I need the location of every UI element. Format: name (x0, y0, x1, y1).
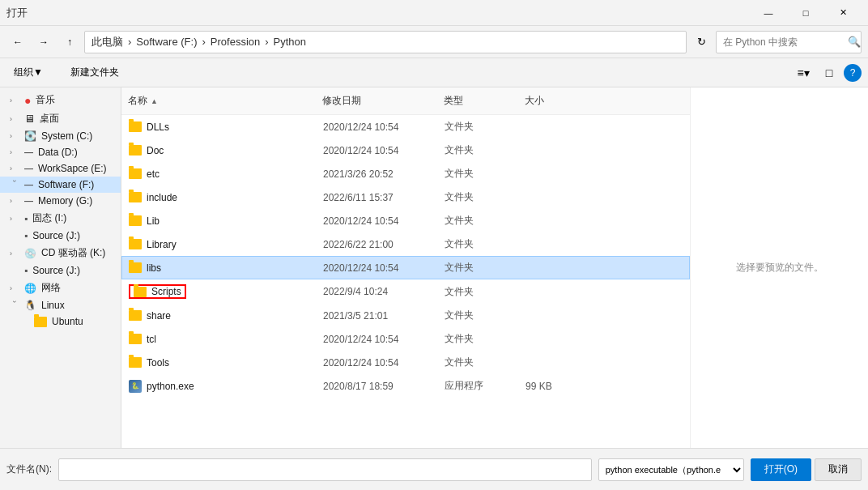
new-folder-button[interactable]: 新建文件夹 (63, 62, 126, 84)
sidebar-item-linux[interactable]: › 🐧 Linux (0, 297, 121, 313)
folder-icon (129, 121, 142, 132)
sidebar-item-softwaref[interactable]: › — Software (F:) (0, 177, 121, 193)
sidebar-item-workspacee[interactable]: › — WorkSapce (E:) (0, 160, 121, 177)
expand-arrow: › (10, 148, 19, 156)
file-cell-name: include (122, 190, 317, 205)
file-cell-name: Scripts (122, 283, 317, 300)
close-button[interactable]: ✕ (824, 0, 862, 26)
table-row[interactable]: Scripts 2022/9/4 10:24 文件夹 (121, 279, 690, 304)
cancel-label: 取消 (828, 463, 848, 475)
table-row[interactable]: Doc 2020/12/24 10:54 文件夹 (121, 138, 690, 162)
sidebar-item-sourcej2[interactable]: ▪ Source (J:) (0, 262, 121, 279)
table-row[interactable]: 🐍python.exe 2020/8/17 18:59 应用程序 99 KB (121, 374, 690, 398)
network-icon: 🌐 (24, 283, 36, 294)
file-cell-name: Doc (122, 143, 317, 158)
panel-button[interactable]: □ (818, 62, 840, 84)
drive-f-icon: — (24, 180, 33, 190)
forward-button[interactable]: → (32, 31, 55, 53)
folder-icon (129, 334, 142, 344)
sidebar-item-sourcej[interactable]: ▪ Source (J:) (0, 228, 121, 244)
up-button[interactable]: ↑ (58, 31, 81, 53)
sidebar-item-desktop[interactable]: › 🖥 桌面 (0, 109, 121, 128)
file-name: DLLs (147, 121, 169, 133)
file-list: DLLs 2020/12/24 10:54 文件夹 Doc 2020/12/24… (121, 115, 690, 448)
main-area: › ● 音乐 › 🖥 桌面 › 💽 System (C:) › — Data (… (0, 87, 868, 448)
table-row[interactable]: share 2021/3/5 21:01 文件夹 (121, 304, 690, 327)
title-bar-controls: — □ ✕ (750, 0, 862, 26)
col-type[interactable]: 类型 (437, 91, 518, 111)
drive-e-icon: — (24, 164, 33, 173)
col-date-label: 修改日期 (322, 95, 361, 106)
file-cell-name: 🐍python.exe (122, 378, 317, 394)
address-part-1: 此电脑 (91, 35, 123, 49)
ubuntu-folder-icon (34, 317, 47, 327)
sidebar-item-music[interactable]: › ● 音乐 (0, 91, 121, 109)
file-area: 名称 ▲ 修改日期 类型 大小 DLLs 2020/12/24 10:54 文件… (121, 87, 690, 448)
file-cell-type: 文件夹 (438, 212, 519, 229)
help-button[interactable]: ? (844, 64, 862, 82)
file-cell-size (519, 266, 584, 270)
sidebar-label-solidi: 固态 (I:) (32, 211, 66, 225)
refresh-button[interactable]: ↻ (690, 31, 713, 53)
file-cell-date: 2020/12/24 10:54 (317, 214, 438, 228)
search-input[interactable] (723, 36, 845, 48)
file-cell-name: share (122, 309, 317, 323)
expand-arrow-open: › (11, 300, 19, 310)
search-bar[interactable]: 🔍 (716, 31, 862, 53)
sidebar-item-solidi[interactable]: › ▪ 固态 (I:) (0, 209, 121, 228)
file-cell-date: 2022/6/11 15:37 (317, 190, 438, 205)
status-buttons: 打开(O) 取消 (751, 458, 862, 481)
linux-icon: 🐧 (24, 300, 36, 311)
maximize-button[interactable]: □ (787, 0, 824, 26)
file-cell-size (519, 219, 584, 223)
back-button[interactable]: ← (6, 31, 29, 53)
open-button[interactable]: 打开(O) (751, 458, 811, 481)
table-row[interactable]: etc 2021/3/26 20:52 文件夹 (121, 162, 690, 185)
sidebar-item-ubuntu[interactable]: Ubuntu (0, 313, 121, 330)
file-name: tcl (147, 334, 156, 345)
table-row[interactable]: include 2022/6/11 15:37 文件夹 (121, 185, 690, 209)
toolbar: ← → ↑ 此电脑 › Software (F:) › Profession ›… (0, 26, 868, 58)
sort-arrow: ▲ (151, 97, 158, 105)
sidebar-item-systemc[interactable]: › 💽 System (C:) (0, 128, 121, 144)
sidebar-item-datad[interactable]: › — Data (D:) (0, 144, 121, 160)
col-date[interactable]: 修改日期 (316, 91, 437, 111)
col-name[interactable]: 名称 ▲ (121, 91, 316, 111)
file-cell-type: 文件夹 (438, 118, 519, 135)
col-size[interactable]: 大小 (518, 91, 583, 111)
filename-input[interactable] (58, 458, 592, 481)
address-part-3: Profession (211, 36, 260, 48)
preview-text: 选择要预览的文件。 (736, 261, 823, 275)
expand-arrow: › (10, 215, 19, 223)
file-cell-date: 2020/12/24 10:54 (317, 332, 438, 347)
expand-arrow: › (10, 115, 19, 123)
table-row[interactable]: Tools 2020/12/24 10:54 文件夹 (121, 351, 690, 374)
table-row[interactable]: DLLs 2020/12/24 10:54 文件夹 (121, 115, 690, 138)
organize-button[interactable]: 组织▼ (6, 62, 50, 84)
drive-d-icon: — (24, 147, 33, 157)
filetype-select[interactable]: python executable（python.e (598, 458, 744, 481)
sidebar-label-systemc: System (C:) (41, 130, 92, 142)
cancel-button[interactable]: 取消 (815, 458, 862, 481)
table-row[interactable]: libs 2020/12/24 10:54 文件夹 (121, 256, 690, 279)
minimize-button[interactable]: — (750, 0, 787, 26)
file-name: Tools (147, 357, 169, 369)
expand-arrow: › (10, 164, 19, 173)
drive-j2-icon: ▪ (24, 265, 28, 276)
table-row[interactable]: Library 2022/6/22 21:00 文件夹 (121, 232, 690, 256)
sidebar-item-network[interactable]: › 🌐 网络 (0, 279, 121, 297)
table-row[interactable]: tcl 2020/12/24 10:54 文件夹 (121, 327, 690, 351)
filename-label: 文件名(N): (6, 462, 52, 476)
file-cell-type: 文件夹 (438, 236, 519, 253)
file-cell-type: 文件夹 (438, 259, 519, 276)
file-cell-size (519, 196, 584, 199)
view-button[interactable]: ≡▾ (792, 62, 815, 84)
expand-arrow: › (10, 197, 19, 205)
file-cell-size (519, 338, 584, 341)
sidebar-label-network: 网络 (41, 281, 61, 295)
sidebar-item-memoryg[interactable]: › — Memory (G:) (0, 193, 121, 209)
table-row[interactable]: Lib 2020/12/24 10:54 文件夹 (121, 209, 690, 232)
sidebar-item-cdk[interactable]: › 💿 CD 驱动器 (K:) (0, 244, 121, 262)
address-bar[interactable]: 此电脑 › Software (F:) › Profession › Pytho… (84, 31, 687, 53)
address-sep-3: › (265, 36, 268, 48)
